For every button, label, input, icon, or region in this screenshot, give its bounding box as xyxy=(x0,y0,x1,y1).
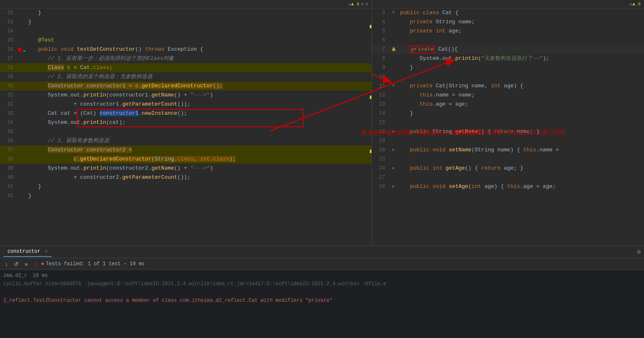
console-cmd-line: cyclic.buffer.size=1048576 -javaagent:D:… xyxy=(3,280,641,288)
right-warning-bar: ⚠ ▲ 6 xyxy=(372,0,644,8)
rgutter-7: 🔒 xyxy=(388,45,398,54)
code-line-23: 23 } xyxy=(0,17,371,27)
margin-indicator-3 xyxy=(370,150,371,153)
rcode-line-6: 6 xyxy=(372,36,644,45)
lock-icon-7: 🔒 xyxy=(391,45,396,54)
rcode-line-9: 9 } xyxy=(372,63,644,72)
line-num-25: 25 xyxy=(0,36,17,45)
code-content-30: Constructor constructor1 = c.getDeclared… xyxy=(27,81,371,91)
fold-icon-11: ▼ xyxy=(392,81,395,91)
test-status: ● Tests failed: 1 of 1 test – 19 ms xyxy=(41,261,145,267)
code-content-31: System.out.println(constructor1.getName(… xyxy=(27,91,371,100)
rline-num-5: 5 xyxy=(372,27,388,36)
rline-num-14: 14 xyxy=(372,109,388,118)
rgutter-3: ▼ xyxy=(388,8,398,17)
code-line-29: 29 // 2、获取类的某个构造器：无参数构造器 xyxy=(0,72,371,81)
rline-num-11: 11 xyxy=(372,81,388,91)
line-num-38: 38 xyxy=(0,155,17,164)
code-content-28: Class c = Cat.class; xyxy=(27,63,371,72)
code-line-26: 26 ▶ public void testGetConstructor() th… xyxy=(0,45,371,54)
rcode-line-5: 5 private int age; xyxy=(372,27,644,36)
rline-num-28: 28 xyxy=(372,182,388,191)
nav-up-left[interactable]: ∧ xyxy=(361,1,364,7)
code-line-28: 28 Class c = Cat.class; xyxy=(0,63,371,72)
settings-icon: ⚙ xyxy=(637,249,641,255)
code-content-22: } xyxy=(27,8,371,17)
error-text: 2_reflect.Test2Constructor cannot access… xyxy=(3,298,332,303)
run-time-label: 19 ms xyxy=(33,273,48,279)
line-num-32: 32 xyxy=(0,100,17,109)
rcode-line-4: 4 private String name; xyxy=(372,17,644,27)
fold-icon-24: ▶ xyxy=(392,164,395,173)
rcode-content-12: this.name = name; xyxy=(398,91,644,100)
console-tab-close[interactable]: × xyxy=(45,249,47,254)
rcode-content-14: } xyxy=(398,109,644,118)
console-tab-label: constructor xyxy=(7,249,40,254)
line-num-22: 22 xyxy=(0,8,17,17)
console-run-info: ima.d2_r 19 ms xyxy=(3,271,641,280)
toolbar-divider-1: | xyxy=(34,261,37,267)
code-line-39: 39 System.out.println(constructor2.getNa… xyxy=(0,164,371,173)
code-content-29: // 2、获取类的某个构造器：无参数构造器 xyxy=(27,72,371,81)
code-content-25: @Test xyxy=(27,36,371,45)
rcode-content-3: public class Cat { xyxy=(398,8,644,17)
console-settings-btn[interactable]: ⚙ xyxy=(637,248,641,255)
rcode-content-7: private Cat(){ xyxy=(398,45,644,54)
private-keyword-box: private xyxy=(410,45,435,53)
right-warning-count: ▲ 6 xyxy=(632,2,641,7)
rcode-line-15: 15 xyxy=(372,118,644,127)
rline-num-20: 20 xyxy=(372,146,388,155)
line-num-26: 26 xyxy=(0,45,17,54)
code-content-39: System.out.println(constructor2.getName(… xyxy=(27,164,371,173)
line-num-23: 23 xyxy=(0,17,17,27)
line-num-27: 27 xyxy=(0,54,17,63)
code-content-23: } xyxy=(27,17,371,27)
code-content-38: c.getDeclaredConstructor(String.class, i… xyxy=(27,155,371,164)
line-num-33: 33 xyxy=(0,109,17,118)
code-content-40: + constructor2.getParameterCount()); xyxy=(27,173,371,182)
warning-icon-right: ⚠ xyxy=(630,1,633,7)
rcode-line-3: 3 ▼ public class Cat { xyxy=(372,8,644,17)
rcode-content-24: public int getAge() { return age; } xyxy=(398,164,644,173)
more-btn[interactable]: » xyxy=(23,260,29,268)
console-tabs: constructor × ⚙ xyxy=(0,246,644,258)
rline-num-15: 15 xyxy=(372,118,388,127)
warning-icon-left: ⚠ xyxy=(348,1,351,7)
run-down-btn[interactable]: ↓ xyxy=(3,260,10,268)
rcode-line-10: 10 xyxy=(372,72,644,81)
code-line-41: 41 } xyxy=(0,182,371,191)
line-num-40: 40 xyxy=(0,173,17,182)
rcode-line-7: 7 🔒 private Cat(){ xyxy=(372,45,644,54)
breakpoint-26 xyxy=(17,47,22,52)
rline-num-9: 9 xyxy=(372,63,388,72)
rcode-line-11: 11 ▼ private Cat(String name, int age) { xyxy=(372,81,644,91)
run-cmd-text: cyclic.buffer.size=1048576 -javaagent:D:… xyxy=(3,281,386,287)
rgutter-28: ▶ xyxy=(388,182,398,191)
error-status-icon: ● xyxy=(41,261,44,267)
rcode-line-23: 23 xyxy=(372,155,644,164)
right-code-area: 3 ▼ public class Cat { 4 private String … xyxy=(372,8,644,191)
code-content-37: Constructor constructor2 = xyxy=(27,146,371,155)
rcode-line-24: 24 ▶ public int getAge() { return age; } xyxy=(372,164,644,173)
rcode-line-27: 27 xyxy=(372,173,644,182)
rerun-btn[interactable]: ↺ xyxy=(12,260,20,268)
line-num-28: 28 xyxy=(0,63,17,72)
console-tab-constructor[interactable]: constructor × xyxy=(3,247,52,257)
rcode-content-8: System.out.println("无参数构造器执行了~~"); xyxy=(398,54,644,63)
console-error-line: 2_reflect.Test2Constructor cannot access… xyxy=(3,296,641,305)
right-code-panel: ⚠ ▲ 6 3 ▼ public class Cat { 4 private S… xyxy=(372,0,644,245)
rcode-content-9: } xyxy=(398,63,644,72)
line-num-31: 31 xyxy=(0,91,17,100)
nav-down-left[interactable]: ∨ xyxy=(365,1,368,7)
rline-num-4: 4 xyxy=(372,17,388,27)
rline-num-27: 27 xyxy=(372,173,388,182)
left-warning-bar: ⚠ ▲ 8 ∧ ∨ xyxy=(0,0,371,8)
code-content-27: // 1、反射第一步：必须先得到这个类的Class对象 xyxy=(27,54,371,63)
rcode-line-20: 20 ▶ public void setName(String name) { … xyxy=(372,146,644,155)
rline-num-6: 6 xyxy=(372,36,388,45)
rcode-content-5: private int age; xyxy=(398,27,644,36)
rgutter-20: ▶ xyxy=(388,146,398,155)
console-toolbar: ↓ ↺ » | ● Tests failed: 1 of 1 test – 19… xyxy=(0,258,644,270)
rgutter-24: ▶ xyxy=(388,164,398,173)
line-num-42: 42 xyxy=(0,191,17,200)
